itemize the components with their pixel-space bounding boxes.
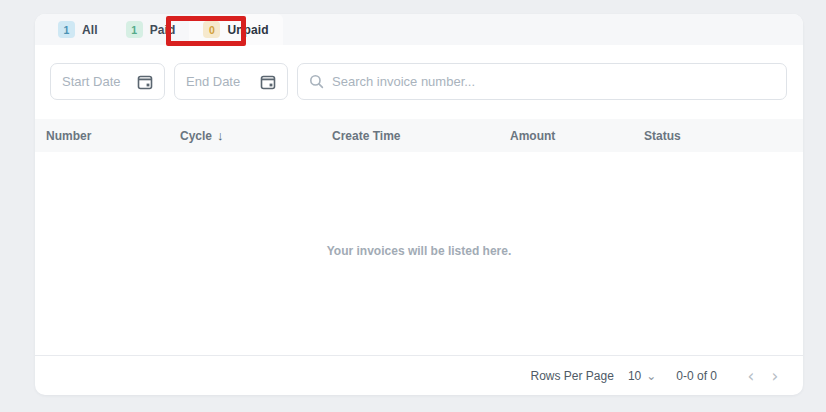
rows-per-page-label: Rows Per Page — [531, 369, 614, 383]
tab-bar: 1 All 1 Paid 0 Unpaid — [35, 14, 803, 45]
tab-all-label: All — [82, 23, 98, 37]
table-footer: Rows Per Page 10 ⌄ 0-0 of 0 ‹ › — [35, 355, 803, 395]
end-date-input[interactable] — [186, 74, 260, 89]
start-date-input[interactable] — [62, 74, 137, 89]
tab-unpaid-count-badge: 0 — [203, 21, 220, 38]
tab-all[interactable]: 1 All — [44, 14, 112, 45]
tab-unpaid-label: Unpaid — [227, 23, 268, 37]
search-input[interactable] — [332, 74, 775, 89]
search-field[interactable] — [297, 63, 787, 100]
column-header-status[interactable]: Status — [644, 129, 803, 143]
empty-state-message: Your invoices will be listed here. — [35, 244, 803, 258]
tab-paid-count-badge: 1 — [126, 21, 143, 38]
filter-bar — [50, 63, 787, 100]
column-header-create-time[interactable]: Create Time — [332, 129, 510, 143]
tab-all-count-badge: 1 — [58, 21, 75, 38]
next-page-button[interactable]: › — [763, 364, 787, 388]
end-date-field[interactable] — [174, 63, 288, 100]
column-label: Number — [46, 129, 91, 143]
tab-unpaid[interactable]: 0 Unpaid — [189, 14, 282, 45]
invoices-card: 1 All 1 Paid 0 Unpaid — [35, 14, 803, 395]
column-header-amount[interactable]: Amount — [510, 129, 644, 143]
column-label: Status — [644, 129, 681, 143]
table-header: Number Cycle ↓ Create Time Amount Status — [35, 119, 803, 152]
search-icon — [309, 74, 324, 89]
column-header-cycle[interactable]: Cycle ↓ — [180, 128, 332, 143]
rows-per-page-value: 10 — [628, 369, 641, 383]
calendar-icon[interactable] — [260, 74, 276, 90]
sort-desc-icon[interactable]: ↓ — [217, 128, 224, 143]
column-label: Amount — [510, 129, 555, 143]
tab-paid[interactable]: 1 Paid — [112, 14, 190, 45]
pagination-range: 0-0 of 0 — [676, 369, 717, 383]
previous-page-button[interactable]: ‹ — [739, 364, 763, 388]
column-label: Cycle — [180, 129, 212, 143]
start-date-field[interactable] — [50, 63, 165, 100]
rows-per-page-select[interactable]: 10 ⌄ — [628, 369, 656, 383]
tab-paid-label: Paid — [150, 23, 176, 37]
column-label: Create Time — [332, 129, 400, 143]
chevron-down-icon: ⌄ — [646, 370, 656, 382]
calendar-icon[interactable] — [137, 74, 153, 90]
column-header-number[interactable]: Number — [46, 129, 180, 143]
